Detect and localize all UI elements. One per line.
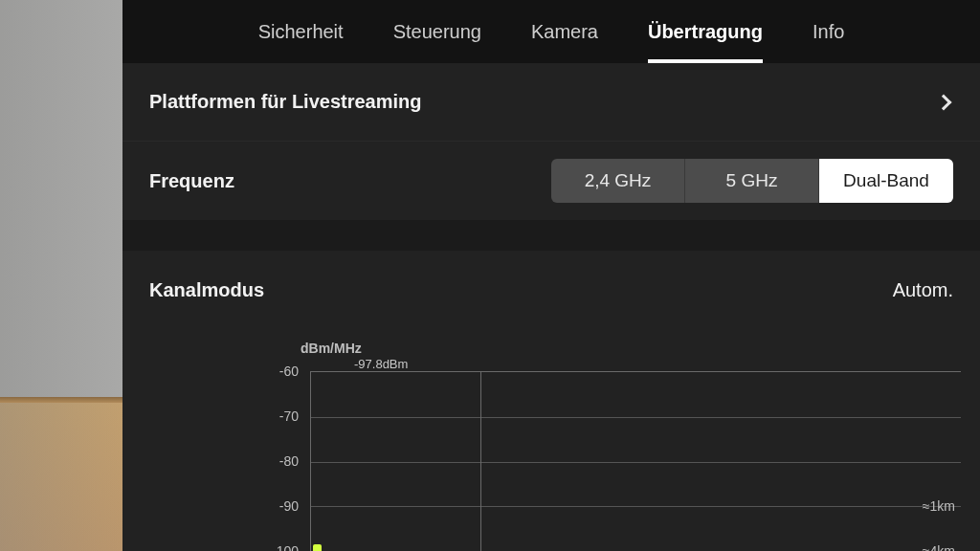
y-tick: -70 <box>260 408 299 424</box>
tab-steuerung[interactable]: Steuerung <box>393 0 481 63</box>
range-label-1km: ≈1km <box>923 498 955 514</box>
frequency-option-5ghz[interactable]: 5 GHz <box>685 159 819 203</box>
y-tick: -60 <box>260 364 299 379</box>
tab-kamera[interactable]: Kamera <box>531 0 598 63</box>
frequency-label: Frequenz <box>149 170 234 192</box>
channel-chart: ≈1km ≈4km <box>310 371 961 551</box>
chevron-right-icon <box>936 94 952 110</box>
section-divider <box>122 220 980 251</box>
range-label-4km: ≈4km <box>923 543 955 551</box>
channelmode-label: Kanalmodus <box>149 279 264 301</box>
frequency-option-dualband[interactable]: Dual-Band <box>819 159 953 203</box>
platforms-label: Plattformen für Livestreaming <box>149 91 422 113</box>
settings-panel: Sicherheit Steuerung Kamera Übertragung … <box>122 0 980 551</box>
tabs-bar: Sicherheit Steuerung Kamera Übertragung … <box>122 0 980 63</box>
channelmode-value: Autom. <box>893 279 953 301</box>
chart-y-ticks: -60 -70 -80 -90 -100 <box>266 371 304 551</box>
frequency-option-2-4ghz[interactable]: 2,4 GHz <box>551 159 685 203</box>
channel-chart-area: dBm/MHz -97.8dBm -60 -70 -80 -90 -100 ≈1… <box>122 329 980 551</box>
tab-uebertragung[interactable]: Übertragung <box>648 0 763 63</box>
frequency-segmented: 2,4 GHz 5 GHz Dual-Band <box>551 159 953 203</box>
tab-info[interactable]: Info <box>813 0 844 63</box>
chart-marker-label: -97.8dBm <box>354 357 408 371</box>
chart-unit-label: dBm/MHz <box>301 341 362 356</box>
y-tick: -80 <box>260 453 299 469</box>
platforms-row[interactable]: Plattformen für Livestreaming <box>122 63 980 142</box>
y-tick: -90 <box>260 498 299 514</box>
signal-peak-icon <box>313 544 322 551</box>
channelmode-row[interactable]: Kanalmodus Autom. <box>122 251 980 329</box>
frequency-row: Frequenz 2,4 GHz 5 GHz Dual-Band <box>122 142 980 220</box>
camera-feed-strip <box>0 0 122 551</box>
y-tick: -100 <box>260 543 299 551</box>
tab-sicherheit[interactable]: Sicherheit <box>258 0 344 63</box>
